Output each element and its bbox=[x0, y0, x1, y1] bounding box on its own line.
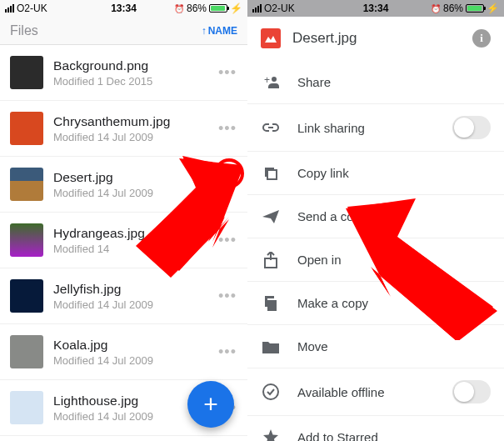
battery-percent: 86% bbox=[443, 3, 463, 14]
more-options-button[interactable]: ••• bbox=[217, 64, 237, 82]
menu-item-send-copy[interactable]: Send a copy bbox=[247, 194, 504, 238]
status-bar: O2-UK 13:34 ⏰ 86% ⚡ bbox=[247, 0, 504, 17]
file-modified: Modified 14 bbox=[53, 243, 207, 255]
battery-icon bbox=[466, 4, 484, 13]
svg-point-4 bbox=[272, 77, 277, 82]
svg-point-9 bbox=[263, 384, 278, 399]
file-thumbnail bbox=[10, 279, 43, 313]
file-info: Hydrangeas.jpgModified 14 bbox=[53, 226, 207, 255]
carrier-label: O2-UK bbox=[264, 3, 295, 14]
send-copy-icon bbox=[261, 210, 281, 223]
alarm-icon: ⏰ bbox=[431, 4, 441, 13]
copy-link-icon bbox=[261, 166, 281, 181]
menu-item-copy-link[interactable]: Copy link bbox=[247, 151, 504, 194]
file-modified: Modified 14 Jul 2009 bbox=[53, 131, 207, 143]
available-offline-toggle[interactable] bbox=[452, 380, 491, 403]
file-info: Koala.jpgModified 14 Jul 2009 bbox=[53, 338, 207, 367]
menu-item-available-offline[interactable]: Available offline bbox=[247, 368, 504, 415]
file-modified: Modified 14 Jul 2009 bbox=[53, 354, 207, 367]
menu-label: Move bbox=[297, 339, 491, 353]
file-thumbnail bbox=[10, 112, 43, 145]
menu-label: Copy link bbox=[297, 166, 491, 180]
more-options-button[interactable]: ••• bbox=[217, 343, 237, 361]
carrier-label: O2-UK bbox=[17, 3, 47, 14]
file-name: Jellyfish.jpg bbox=[53, 282, 207, 297]
menu-item-open-in[interactable]: Open in bbox=[247, 238, 504, 281]
link-sharing-toggle[interactable] bbox=[452, 116, 491, 139]
file-thumbnail bbox=[10, 56, 43, 89]
move-icon bbox=[261, 340, 281, 353]
file-row[interactable]: Background.pngModified 1 Dec 2015••• bbox=[0, 45, 247, 101]
clock: 13:34 bbox=[111, 3, 137, 14]
signal-icon bbox=[5, 4, 14, 13]
file-info: Chrysanthemum.jpgModified 14 Jul 2009 bbox=[53, 114, 207, 143]
more-options-button[interactable]: ••• bbox=[217, 232, 237, 249]
file-info: Jellyfish.jpgModified 14 Jul 2009 bbox=[53, 282, 207, 311]
share-icon: + bbox=[261, 75, 281, 88]
menu-label: Share bbox=[297, 75, 491, 89]
available-offline-icon bbox=[261, 383, 281, 400]
battery-percent: 86% bbox=[187, 3, 207, 14]
menu-label: Open in bbox=[297, 253, 491, 267]
file-row[interactable]: Hydrangeas.jpgModified 14••• bbox=[0, 213, 247, 268]
signal-icon bbox=[252, 4, 262, 13]
menu-item-make-copy[interactable]: Make a copy bbox=[247, 281, 504, 324]
menu-item-add-starred[interactable]: Add to Starred bbox=[247, 415, 504, 441]
file-modified: Modified 14 Jul 2009 bbox=[53, 410, 207, 423]
file-thumbnail bbox=[10, 391, 43, 424]
file-thumbnail bbox=[10, 223, 43, 257]
alarm-icon: ⏰ bbox=[174, 4, 184, 13]
phone-right: O2-UK 13:34 ⏰ 86% ⚡ Desert.jpg i +ShareL… bbox=[247, 0, 504, 441]
status-bar: O2-UK 13:34 ⏰ 86% ⚡ bbox=[0, 0, 247, 17]
file-row[interactable]: Koala.jpgModified 14 Jul 2009••• bbox=[0, 324, 247, 380]
actions-menu: +ShareLink sharingCopy linkSend a copyOp… bbox=[247, 60, 504, 441]
file-info: Background.pngModified 1 Dec 2015 bbox=[53, 58, 207, 88]
sort-button[interactable]: ↑ NAME bbox=[202, 25, 237, 37]
svg-text:+: + bbox=[264, 75, 270, 86]
image-file-icon bbox=[261, 28, 281, 48]
menu-label: Make a copy bbox=[297, 296, 491, 310]
sort-label: NAME bbox=[208, 25, 237, 37]
phone-left: O2-UK 13:34 ⏰ 86% ⚡ Files ↑ NAME Backgro… bbox=[0, 0, 247, 441]
file-row[interactable]: Jellyfish.jpgModified 14 Jul 2009••• bbox=[0, 268, 247, 324]
menu-label: Available offline bbox=[297, 385, 436, 399]
link-sharing-icon bbox=[261, 123, 281, 133]
header-title: Files bbox=[10, 23, 38, 38]
file-name: Desert.jpg bbox=[53, 170, 207, 185]
menu-label: Link sharing bbox=[297, 121, 436, 135]
annotation-circle bbox=[214, 158, 244, 188]
file-name: Hydrangeas.jpg bbox=[53, 226, 207, 241]
menu-item-move[interactable]: Move bbox=[247, 324, 504, 368]
file-name: Chrysanthemum.jpg bbox=[53, 114, 207, 129]
plus-icon: + bbox=[203, 390, 218, 418]
make-copy-icon bbox=[261, 296, 281, 311]
svg-rect-6 bbox=[267, 170, 277, 179]
menu-label: Add to Starred bbox=[297, 430, 491, 441]
fab-add-button[interactable]: + bbox=[187, 381, 234, 428]
file-modified: Modified 14 Jul 2009 bbox=[53, 187, 207, 199]
file-name: Background.png bbox=[53, 58, 207, 73]
file-row[interactable]: Desert.jpgModified 14 Jul 2009••• bbox=[0, 157, 247, 213]
files-header: Files ↑ NAME bbox=[0, 17, 247, 45]
add-starred-icon bbox=[261, 429, 281, 442]
file-info: Desert.jpgModified 14 Jul 2009 bbox=[53, 170, 207, 199]
file-name: Koala.jpg bbox=[53, 338, 207, 353]
menu-label: Send a copy bbox=[297, 209, 491, 223]
file-modified: Modified 14 Jul 2009 bbox=[53, 298, 207, 311]
file-thumbnail bbox=[10, 335, 43, 368]
svg-rect-8 bbox=[267, 300, 277, 311]
charging-icon: ⚡ bbox=[230, 3, 242, 14]
file-name: Lighthouse.jpg bbox=[53, 393, 207, 408]
menu-item-link-sharing[interactable]: Link sharing bbox=[247, 103, 504, 151]
info-button[interactable]: i bbox=[472, 29, 491, 48]
file-modified: Modified 1 Dec 2015 bbox=[53, 75, 207, 88]
open-in-icon bbox=[261, 252, 281, 268]
file-list: Background.pngModified 1 Dec 2015•••Chry… bbox=[0, 45, 247, 436]
panel-title: Desert.jpg bbox=[292, 30, 461, 47]
sort-arrow-icon: ↑ bbox=[202, 25, 207, 37]
more-options-button[interactable]: ••• bbox=[217, 288, 237, 305]
file-info: Lighthouse.jpgModified 14 Jul 2009 bbox=[53, 393, 207, 423]
file-row[interactable]: Chrysanthemum.jpgModified 14 Jul 2009••• bbox=[0, 101, 247, 157]
menu-item-share[interactable]: +Share bbox=[247, 60, 504, 103]
more-options-button[interactable]: ••• bbox=[217, 120, 237, 138]
